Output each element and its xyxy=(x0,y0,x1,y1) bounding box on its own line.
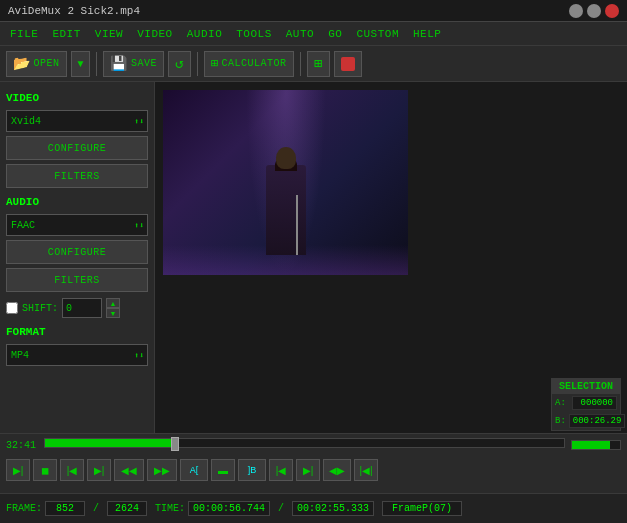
audio-section-label: Audio xyxy=(6,196,148,208)
video-codec-select[interactable]: Xvid4 xyxy=(6,110,148,132)
selection-title: Selection xyxy=(552,379,620,394)
record-button[interactable] xyxy=(334,51,362,77)
menu-edit[interactable]: Edit xyxy=(46,26,86,42)
menu-help[interactable]: Help xyxy=(407,26,447,42)
format-section-label: Format xyxy=(6,326,148,338)
toolbar-separator-1 xyxy=(96,52,97,76)
shift-checkbox[interactable] xyxy=(6,302,18,314)
selection-a-row: A: 000000 xyxy=(552,394,620,412)
transport-next-key[interactable]: |◀| xyxy=(354,459,378,481)
time-separator: / xyxy=(278,503,284,514)
transport-step-back[interactable]: ▶| xyxy=(6,459,30,481)
sel-a-label: A: xyxy=(555,398,569,408)
shift-label: SHIFT: xyxy=(22,303,58,314)
video-codec-wrapper: Xvid4 xyxy=(6,110,148,132)
menu-video[interactable]: Video xyxy=(131,26,179,42)
performer-head xyxy=(276,147,296,169)
transport-goto-start[interactable]: |◀ xyxy=(269,459,293,481)
close-button[interactable] xyxy=(605,4,619,18)
frame-field: Frame: 852 xyxy=(6,501,85,516)
transport-mark-b[interactable]: ]B xyxy=(238,459,266,481)
calculator-button[interactable]: ⊞ Calculator xyxy=(204,51,294,77)
video-preview[interactable] xyxy=(163,90,408,275)
video-filters-button[interactable]: Filters xyxy=(6,164,148,188)
transport-next-frame[interactable]: ▶| xyxy=(87,459,111,481)
transport-stop[interactable]: ◼ xyxy=(33,459,57,481)
time-field: Time: 00:00:56.744 xyxy=(155,501,270,516)
toolbar-separator-2 xyxy=(197,52,198,76)
selection-b-row: B: 000:26.29 xyxy=(552,412,620,430)
refresh-icon: ↺ xyxy=(175,55,184,72)
progress-fill xyxy=(45,439,175,447)
menu-view[interactable]: View xyxy=(89,26,129,42)
shift-down-button[interactable]: ▼ xyxy=(106,308,120,318)
sel-b-value: 000:26.29 xyxy=(569,414,626,428)
frame-separator: / xyxy=(93,503,99,514)
transport-goto-end[interactable]: ▶| xyxy=(296,459,320,481)
frame-label: Frame: xyxy=(6,503,42,514)
refresh-button[interactable]: ↺ xyxy=(168,51,191,77)
maximize-button[interactable] xyxy=(587,4,601,18)
menu-file[interactable]: File xyxy=(4,26,44,42)
mic-stand xyxy=(296,195,298,255)
video-content xyxy=(163,90,408,275)
sel-a-value: 000000 xyxy=(572,396,617,410)
menu-go[interactable]: Go xyxy=(322,26,348,42)
audio-codec-wrapper: FAAC xyxy=(6,214,148,236)
menu-auto[interactable]: Auto xyxy=(280,26,320,42)
calculator-label: Calculator xyxy=(222,58,287,69)
toolbar: 📂 Open ▼ 💾 Save ↺ ⊞ Calculator ⊞ xyxy=(0,46,627,82)
transport-mark-a[interactable]: A[ xyxy=(180,459,208,481)
shift-spinners: ▲ ▼ xyxy=(106,298,120,318)
toolbar-separator-3 xyxy=(300,52,301,76)
audio-configure-button[interactable]: Configure xyxy=(6,240,148,264)
timeline-area: 32:41 ▶| ◼ |◀ ▶| ◀◀ ▶▶ A[ ▬ ]B |◀ ▶| ◀▶ … xyxy=(0,433,627,493)
progress-bar[interactable] xyxy=(44,438,565,448)
performer xyxy=(266,165,306,255)
format-wrapper: MP4 xyxy=(6,344,148,366)
title-controls xyxy=(569,4,619,18)
total-frames: 2624 xyxy=(107,501,147,516)
transport-forward[interactable]: ▶▶ xyxy=(147,459,177,481)
open-label: Open xyxy=(34,58,60,69)
record-icon xyxy=(341,57,355,71)
right-fill xyxy=(572,441,610,449)
time-label: Time: xyxy=(155,503,185,514)
menu-bar: File Edit View Video Audio Tools Auto Go… xyxy=(0,22,627,46)
save-label: Save xyxy=(131,58,157,69)
video-section-label: Video xyxy=(6,92,148,104)
transport-prev-key[interactable]: ◀▶ xyxy=(323,459,351,481)
minimize-button[interactable] xyxy=(569,4,583,18)
right-progress-bar[interactable] xyxy=(571,440,621,450)
selection-panel: Selection A: 000000 B: 000:26.29 xyxy=(551,378,621,431)
open-button[interactable]: 📂 Open xyxy=(6,51,67,77)
calculator-icon: ⊞ xyxy=(211,56,219,71)
title-bar: AviDeMux 2 Sick2.mp4 xyxy=(0,0,627,22)
menu-audio[interactable]: Audio xyxy=(181,26,229,42)
time-value: 00:00:56.744 xyxy=(188,501,270,516)
menu-custom[interactable]: Custom xyxy=(350,26,405,42)
progress-time: 32:41 xyxy=(6,440,38,451)
shift-up-button[interactable]: ▲ xyxy=(106,298,120,308)
transport-rewind[interactable]: ◀◀ xyxy=(114,459,144,481)
frame-p-value: FrameP(07) xyxy=(382,501,462,516)
status-bar: Frame: 852 / 2624 Time: 00:00:56.744 / 0… xyxy=(0,493,627,523)
shift-input[interactable] xyxy=(62,298,102,318)
format-select[interactable]: MP4 xyxy=(6,344,148,366)
open-dropdown-button[interactable]: ▼ xyxy=(71,51,91,77)
transport-controls: ▶| ◼ |◀ ▶| ◀◀ ▶▶ A[ ▬ ]B |◀ ▶| ◀▶ |◀| Se… xyxy=(6,456,621,484)
video-configure-button[interactable]: Configure xyxy=(6,136,148,160)
folder-icon: 📂 xyxy=(13,55,31,72)
transport-segment[interactable]: ▬ xyxy=(211,459,235,481)
segments-button[interactable]: ⊞ xyxy=(307,51,330,77)
save-button[interactable]: 💾 Save xyxy=(103,51,164,77)
main-area: Video Xvid4 Configure Filters Audio FAAC… xyxy=(0,82,627,433)
audio-codec-select[interactable]: FAAC xyxy=(6,214,148,236)
menu-tools[interactable]: Tools xyxy=(230,26,278,42)
frame-value: 852 xyxy=(45,501,85,516)
transport-prev-frame[interactable]: |◀ xyxy=(60,459,84,481)
save-icon: 💾 xyxy=(110,55,128,72)
audio-filters-button[interactable]: Filters xyxy=(6,268,148,292)
progress-thumb[interactable] xyxy=(171,437,179,451)
shift-row: SHIFT: ▲ ▼ xyxy=(6,298,148,318)
